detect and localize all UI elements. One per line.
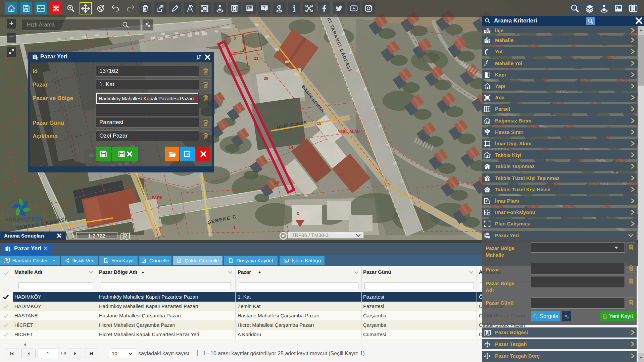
svg-text:1: 1 (377, 26, 379, 31)
svg-text:14: 14 (289, 145, 293, 150)
svg-text:ARNAVUTKÖY: ARNAVUTKÖY (5, 216, 43, 222)
svg-text:3: 3 (242, 48, 245, 53)
svg-text:BELEDİYESİ: BELEDİYESİ (13, 223, 41, 226)
svg-text:9: 9 (319, 163, 322, 168)
svg-text:21: 21 (254, 56, 259, 61)
svg-text:1: 1 (45, 223, 47, 228)
svg-text:20: 20 (264, 76, 268, 81)
svg-text:%: % (486, 189, 489, 192)
svg-text:PARK: PARK (152, 196, 163, 200)
svg-text:1: 1 (233, 225, 236, 230)
svg-text:?: ? (263, 5, 265, 10)
svg-text:3: 3 (297, 211, 299, 216)
svg-text:2: 2 (234, 37, 236, 41)
svg-text:12: 12 (339, 172, 343, 177)
svg-text:10: 10 (275, 180, 279, 185)
svg-text:YEŞİL ALAN: YEŞİL ALAN (338, 130, 360, 134)
svg-text:15: 15 (317, 121, 321, 126)
